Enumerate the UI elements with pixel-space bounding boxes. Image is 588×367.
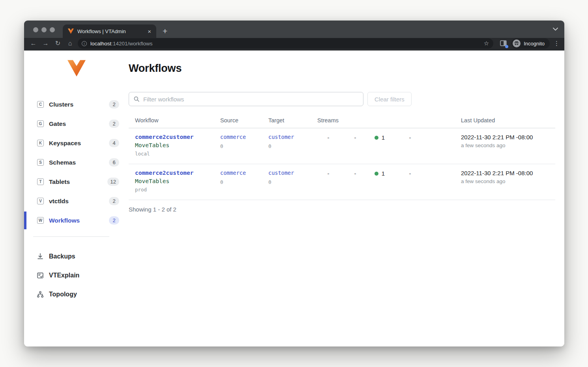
sidebar-item-topology[interactable]: Topology [24,285,129,304]
home-icon[interactable]: ⌂ [64,40,76,47]
count-badge: 12 [107,178,119,186]
workflow-cell: commerce2customer MoveTables prod [135,170,220,193]
last-updated-cell: 2022-11-30 2:21 PM -08:00 a few seconds … [461,170,555,193]
url-host: localhost [90,41,111,47]
count-badge: 2 [109,120,119,128]
sidebar-divider [33,236,109,237]
tab-title: Workflows | VTAdmin [77,28,146,34]
browser-tab[interactable]: Workflows | VTAdmin × [63,24,156,38]
main-content: Workflows Clear filters Workflow Source … [129,51,564,346]
streams-value: - [388,170,432,177]
vtctlds-icon: V [37,198,44,204]
last-updated-timestamp: 2022-11-30 2:21 PM -08:00 [461,134,555,140]
filter-workflows-input[interactable] [129,92,363,106]
sidebar-item-label: Gates [49,120,66,127]
running-status-dot [375,172,378,176]
last-updated-timestamp: 2022-11-30 2:21 PM -08:00 [461,170,555,176]
vitess-logo [67,60,86,77]
sidebar-nav: C Clusters 2 G Gates 2 K Keyspaces 4 S S… [24,95,129,230]
sidebar-item-label: Workflows [49,217,80,224]
source-shards: 0 [220,179,268,185]
back-icon[interactable]: ← [27,40,39,47]
url-text: localhost:14201/workflows [90,41,153,47]
maximize-window-button[interactable] [50,27,55,32]
browser-window: Workflows | VTAdmin × + ← → ↻ ⌂ i localh… [24,21,564,346]
streams-value: - [339,134,371,141]
sidebar-item-label: Schemas [49,159,76,166]
source-keyspace-link[interactable]: commerce [220,170,268,176]
workflow-type: MoveTables [135,142,220,148]
incognito-badge[interactable]: Incognito [511,38,550,49]
column-header-streams: Streams [317,117,461,124]
streams-running: 1 [371,170,388,177]
sidebar-item-vtctlds[interactable]: V vtctlds 2 [24,191,129,211]
sidebar-tools: Backups VTExplain Topology [24,247,129,304]
sidebar-item-schemas[interactable]: S Schemas 6 [24,153,129,172]
vtadmin-app: C Clusters 2 G Gates 2 K Keyspaces 4 S S… [24,51,564,346]
new-tab-button[interactable]: + [163,27,167,35]
window-controls [33,27,55,32]
last-updated-cell: 2022-11-30 2:21 PM -08:00 a few seconds … [461,134,555,157]
chevron-down-icon[interactable] [553,25,558,32]
sidebar-item-workflows[interactable]: W Workflows 2 [24,211,129,230]
count-badge: 2 [109,216,119,225]
topology-icon [37,291,44,298]
streams-value: - [317,170,339,177]
minimize-window-button[interactable] [41,27,47,32]
search-icon [133,96,140,102]
workflows-icon: W [37,217,44,224]
filter-field [129,92,363,106]
last-updated-relative: a few seconds ago [461,142,555,148]
sidebar-item-gates[interactable]: G Gates 2 [24,114,129,133]
last-updated-relative: a few seconds ago [461,178,555,184]
target-shards: 0 [268,179,317,185]
workflow-name-link[interactable]: commerce2customer [135,134,220,140]
forward-icon[interactable]: → [39,40,52,47]
sidebar-item-clusters[interactable]: C Clusters 2 [24,95,129,114]
column-header-target: Target [268,117,317,124]
side-panel-icon[interactable] [500,39,507,47]
clusters-icon: C [37,101,44,108]
results-summary: Showing 1 - 2 of 2 [129,206,555,213]
workflow-type: MoveTables [135,178,220,184]
clear-filters-button[interactable]: Clear filters [367,92,412,106]
target-cell: customer 0 [268,170,317,193]
workflow-cluster: local [135,151,220,157]
source-cell: commerce 0 [220,134,268,157]
target-shards: 0 [268,143,317,149]
running-count: 1 [382,170,385,177]
workflow-name-link[interactable]: commerce2customer [135,170,220,176]
refresh-icon[interactable]: ↻ [52,40,64,47]
sidebar-item-backups[interactable]: Backups [24,247,129,266]
url-path: :14201/workflows [111,41,152,47]
download-icon [37,253,44,260]
incognito-label: Incognito [524,41,545,47]
column-header-last-updated: Last Updated [461,117,555,124]
bookmark-star-icon[interactable]: ☆ [484,40,489,47]
incognito-avatar-icon [513,39,521,47]
close-window-button[interactable] [33,27,38,32]
schemas-icon: S [37,159,44,166]
target-keyspace-link[interactable]: customer [268,134,317,140]
workflow-cell: commerce2customer MoveTables local [135,134,220,157]
source-shards: 0 [220,143,268,149]
sidebar-item-tablets[interactable]: T Tablets 12 [24,172,129,191]
streams-running: 1 [371,134,388,141]
filter-row: Clear filters [129,92,555,106]
tablets-icon: T [37,178,44,185]
source-keyspace-link[interactable]: commerce [220,134,268,140]
sidebar-item-label: Tablets [49,178,70,185]
workflow-row: commerce2customer MoveTables prod commer… [129,164,555,200]
workflows-table: Workflow Source Target Streams Last Upda… [129,106,555,213]
column-header-source: Source [220,117,268,124]
address-bar[interactable]: i localhost:14201/workflows ☆ [78,38,493,49]
tab-close-icon[interactable]: × [146,28,152,34]
keyspaces-icon: K [37,140,44,146]
sidebar-item-keyspaces[interactable]: K Keyspaces 4 [24,133,129,153]
sidebar-item-vtexplain[interactable]: VTExplain [24,266,129,285]
browser-menu-icon[interactable]: ⋮ [554,40,560,47]
streams-value: - [388,134,432,141]
tab-strip: Workflows | VTAdmin × + [24,21,564,38]
target-keyspace-link[interactable]: customer [268,170,317,176]
site-info-icon[interactable]: i [82,41,87,46]
